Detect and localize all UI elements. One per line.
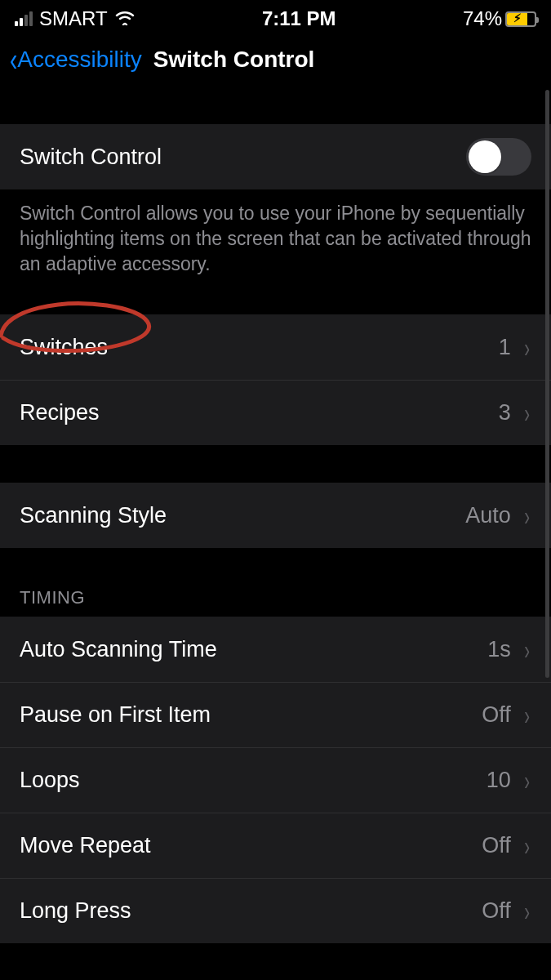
cellular-signal-icon [15, 11, 33, 26]
switch-control-footer: Switch Control allows you to use your iP… [0, 189, 551, 277]
auto-scanning-time-value: 1s [487, 637, 511, 662]
nav-bar: ‹ Accessibility Switch Control [0, 34, 551, 85]
scrollbar[interactable] [545, 90, 549, 678]
switches-value: 1 [499, 335, 511, 360]
carrier-label: SMART [39, 7, 108, 30]
switch-control-toggle-row[interactable]: Switch Control [0, 124, 551, 189]
chevron-right-icon: › [524, 332, 530, 363]
auto-scanning-time-row[interactable]: Auto Scanning Time 1s› [0, 617, 551, 682]
move-repeat-label: Move Repeat [20, 833, 151, 858]
scanning-style-value: Auto [465, 503, 511, 528]
recipes-label: Recipes [20, 400, 100, 425]
battery-percentage: 74% [463, 7, 502, 30]
wifi-icon [114, 7, 136, 30]
switches-row[interactable]: Switches 1 › [0, 314, 551, 380]
chevron-right-icon: › [524, 397, 530, 429]
chevron-right-icon: › [524, 764, 530, 796]
long-press-label: Long Press [20, 898, 131, 924]
chevron-right-icon: › [524, 500, 530, 532]
move-repeat-value: Off [482, 833, 511, 858]
switch-control-toggle[interactable] [466, 138, 531, 176]
move-repeat-row[interactable]: Move Repeat Off› [0, 813, 551, 878]
chevron-right-icon: › [524, 699, 530, 731]
long-press-row[interactable]: Long Press Off› [0, 878, 551, 943]
chevron-right-icon: › [524, 895, 530, 927]
loops-label: Loops [20, 768, 80, 793]
page-title: Switch Control [153, 47, 315, 73]
timing-section-header: TIMING [0, 587, 551, 617]
charging-bolt-icon: ⚡︎ [513, 11, 522, 24]
battery-icon: ⚡︎ [505, 11, 536, 27]
scanning-style-row[interactable]: Scanning Style Auto › [0, 483, 551, 548]
clock: 7:11 PM [262, 7, 336, 30]
pause-on-first-item-row[interactable]: Pause on First Item Off› [0, 682, 551, 747]
chevron-right-icon: › [524, 634, 530, 666]
switches-label: Switches [20, 335, 108, 360]
toggle-knob [469, 140, 501, 173]
status-bar: SMART 7:11 PM 74% ⚡︎ [0, 0, 551, 34]
loops-value: 10 [487, 768, 511, 793]
chevron-right-icon: › [524, 830, 530, 862]
pause-on-first-item-label: Pause on First Item [20, 702, 211, 728]
long-press-value: Off [482, 898, 511, 924]
switch-control-toggle-label: Switch Control [20, 145, 162, 170]
back-button[interactable]: ‹ Accessibility [8, 43, 142, 76]
recipes-value: 3 [499, 400, 511, 425]
scanning-style-label: Scanning Style [20, 503, 167, 528]
loops-row[interactable]: Loops 10› [0, 747, 551, 813]
auto-scanning-time-label: Auto Scanning Time [20, 637, 217, 662]
chevron-left-icon: ‹ [10, 43, 17, 76]
pause-on-first-item-value: Off [482, 702, 511, 728]
recipes-row[interactable]: Recipes 3 › [0, 380, 551, 445]
back-label: Accessibility [17, 47, 141, 73]
